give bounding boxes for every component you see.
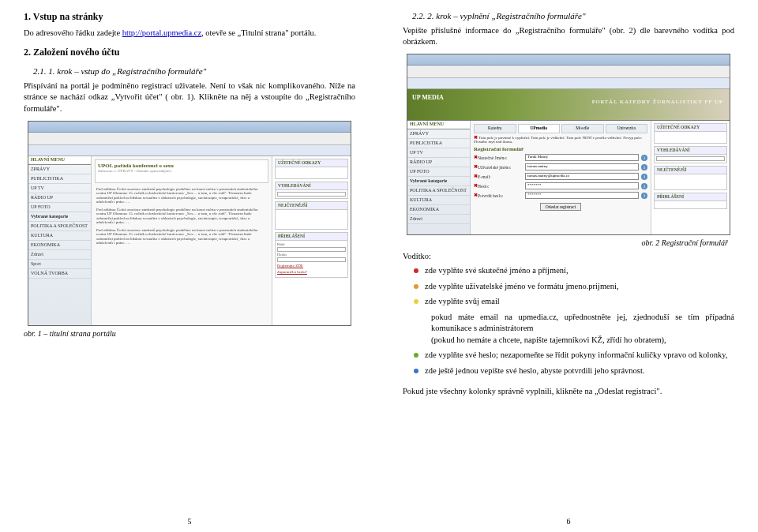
menu-item: ZPRÁVY	[28, 165, 91, 174]
figure-2-screenshot: UP MEDIA PORTÁL KATEDRY ŽURNALISTIKY FF …	[407, 54, 730, 235]
heading-entry: 1. Vstup na stránky	[24, 11, 355, 23]
menu-item: EKONOMIKA	[28, 241, 91, 250]
page-right: 2.2. 2. krok – vyplnění „Registračního f…	[379, 0, 758, 532]
intro-paragraph: Do adresového řádku zadejte http://porta…	[24, 28, 355, 39]
menu-item: PUBLICISTIKA	[407, 139, 470, 148]
box-login: PŘIHLÁŠENÍ Kód: Heslo Registrujte ZDE Za…	[275, 232, 348, 278]
box-search: VYHLEDÁVÁNÍ	[275, 182, 348, 199]
box-header: NEJČTENĚJŠÍ	[655, 167, 726, 174]
menu-item: PUBLICISTIKA	[28, 174, 91, 184]
box-useful-links: UŽITEČNÉ ODKAZY	[275, 159, 348, 179]
page-number: 5	[0, 517, 379, 526]
article-body-cont: Pod záštitou České asociace studentů psy…	[95, 227, 268, 247]
field-input: *******	[525, 192, 639, 199]
guide-text: zde vyplňte své heslo; nezapomeňte se ří…	[425, 350, 734, 361]
box-header: VYHLEDÁVÁNÍ	[655, 147, 726, 155]
menu-item: UP FOTO	[407, 167, 470, 177]
tab-row: Katedra UPmedia Moodle Univerzita	[474, 124, 647, 133]
article-title-banner: UPOL pořádá konferenci o sexu Zařazeno v…	[95, 159, 268, 183]
guide-item: zde ještě jednou vepište své heslo, abys…	[414, 365, 734, 377]
menu-item: KULTURA	[28, 231, 91, 241]
browser-tabs	[28, 145, 351, 156]
sidebar-right: UŽITEČNÉ ODKAZY VYHLEDÁVÁNÍ NEJČTENĚJŠÍ …	[651, 121, 730, 234]
field-input: tomas.matny	[525, 163, 639, 170]
menu-subhead: Vybrané kategorie	[407, 177, 470, 186]
menu-item: Sport	[28, 260, 91, 269]
box-header: PŘIHLÁŠENÍ	[655, 193, 726, 201]
figure-1-screenshot: HLAVNÍ MENU ZPRÁVY PUBLICISTIKA UP TV RÁ…	[28, 121, 351, 326]
box-content	[655, 201, 726, 208]
window-titlebar	[28, 122, 351, 133]
box-header: UŽITEČNÉ ODKAZY	[276, 159, 347, 167]
box-header: VYHLEDÁVÁNÍ	[276, 182, 347, 190]
field-row: ✖ Heslo: ******* i	[474, 182, 647, 189]
info-icon: i	[641, 164, 647, 170]
submit-button: Odeslat registraci	[540, 203, 582, 211]
field-input: Toník Matný	[525, 154, 639, 161]
address-bar	[28, 133, 351, 145]
box-header: UŽITEČNÉ ODKAZY	[655, 124, 726, 132]
guide-text: zde ještě jednou vepište své heslo, abys…	[425, 365, 734, 377]
heading-new-account: 2. Založení nového účtu	[24, 47, 355, 58]
box-content	[655, 174, 726, 189]
step1-paragraph: Přispívání na portál je podmíněno regist…	[24, 81, 355, 114]
box-content: Kód: Heslo Registrujte ZDE Zapomněl/a he…	[276, 241, 347, 277]
field-label: Uživatelské jméno:	[478, 165, 525, 170]
guide-item: zde vyplňte uživatelské jméno ve formátu…	[414, 281, 734, 292]
box-header: NEJČTENĚJŠÍ	[276, 202, 347, 210]
box-useful-links: UŽITEČNÉ ODKAZY	[654, 123, 727, 144]
final-paragraph: Pokud jste všechny kolonky správně vypln…	[403, 386, 734, 397]
address-bar	[407, 66, 730, 78]
guide-text: zde vyplňte uživatelské jméno ve formátu…	[425, 281, 734, 292]
subheading-step1: 2.1. 1. krok – vstup do „Registračního f…	[33, 66, 355, 76]
portal-url-link[interactable]: http://portal.upmedia.cz	[122, 28, 201, 37]
guide-text: zde vyplňte svůj email	[425, 296, 734, 307]
menu-item: UP FOTO	[28, 203, 91, 212]
tab: Moodle	[561, 124, 604, 133]
tab-active: UPmedia	[518, 124, 561, 133]
field-label: Heslo:	[478, 184, 525, 189]
login-label: Kód:	[277, 242, 285, 246]
window-titlebar	[407, 54, 730, 66]
info-icon: i	[641, 155, 647, 161]
bullet-dot-green	[414, 353, 418, 358]
article-body: Pod záštitou České asociace studentů psy…	[95, 185, 268, 206]
tab: Univerzita	[606, 124, 648, 133]
menu-header: HLAVNÍ MENU	[28, 156, 91, 165]
article-body-cont: Pod záštitou České asociace studentů psy…	[95, 206, 268, 227]
main-content-area: UPOL pořádá konferenci o sexu Zařazeno v…	[92, 156, 272, 325]
legend-text: Toto pole je povinné k vyplnění. Toto po…	[474, 136, 642, 144]
guide-heading: Vodítko:	[403, 252, 734, 260]
register-link: Registrujte ZDE	[277, 264, 303, 268]
field-row: ✖ Skutečné Jméno: Toník Matný i	[474, 154, 647, 161]
guide-text: zde vyplňte své skutečné jméno a příjmen…	[425, 265, 734, 276]
menu-item: POLITIKA A SPOLEČNOST	[28, 222, 91, 231]
reg-form-title: Registrační formulář	[474, 146, 647, 152]
menu-item: VOLNÁ TVORBA	[28, 269, 91, 279]
article-category: Zařazeno v: ÚPRAVY - Domácí zpravodajstv…	[98, 169, 265, 173]
menu-item: KULTURA	[407, 196, 470, 205]
menu-item: RÁDIO UP	[28, 193, 91, 203]
tab: Katedra	[474, 124, 516, 133]
info-icon: i	[641, 193, 647, 199]
info-icon: i	[641, 174, 647, 180]
info-icon: i	[641, 183, 647, 189]
sidebar-menu: HLAVNÍ MENU ZPRÁVY PUBLICISTIKA UP TV RÁ…	[407, 121, 471, 234]
box-most-read: NEJČTENĚJŠÍ	[275, 201, 348, 230]
guide-item: zde vyplňte své skutečné jméno a příjmen…	[414, 265, 734, 276]
field-label: Skutečné Jméno:	[478, 155, 525, 160]
portal-title: PORTÁL KATEDRY ŽURNALISTIKY FF UP	[592, 99, 723, 105]
text: (pokud ho nemáte a chcete, napište tajem…	[431, 335, 666, 344]
box-content	[655, 132, 726, 143]
sidebar-menu: HLAVNÍ MENU ZPRÁVY PUBLICISTIKA UP TV RÁ…	[28, 156, 92, 325]
menu-item: POLITIKA A SPOLEČNOST	[407, 186, 470, 196]
menu-subhead: Vybrané kategorie	[28, 212, 91, 222]
menu-header: HLAVNÍ MENU	[407, 121, 470, 129]
bullet-dot-orange	[414, 284, 418, 289]
box-content	[276, 190, 347, 198]
field-row: ✖ Uživatelské jméno: tomas.matny i	[474, 163, 647, 170]
registration-form-area: Katedra UPmedia Moodle Univerzita ✖ Toto…	[471, 121, 651, 234]
guide-item: zde vyplňte svůj email	[414, 296, 734, 307]
box-content	[276, 167, 347, 178]
menu-item: UP TV	[407, 148, 470, 158]
